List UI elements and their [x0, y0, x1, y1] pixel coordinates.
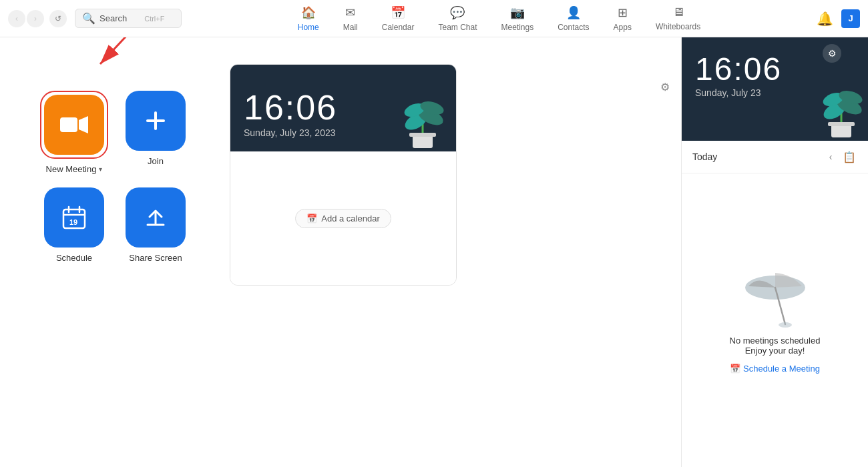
meetings-nav-label: Meetings	[501, 23, 533, 32]
share-screen-button[interactable]	[126, 187, 186, 248]
sidebar-body: No meetings scheduled Enjoy your day! 📅 …	[682, 173, 868, 467]
whiteboards-nav-icon: 🖥	[672, 5, 684, 19]
svg-line-1	[100, 37, 147, 64]
prev-day-button[interactable]: ‹	[823, 149, 839, 165]
calendar-small-icon: 📅	[306, 213, 317, 223]
svg-rect-14	[409, 133, 436, 137]
svg-rect-21	[828, 122, 855, 126]
nav-item-calendar[interactable]: 📅Calendar	[370, 1, 427, 36]
schedule-label: Schedule	[56, 253, 92, 263]
avatar[interactable]: J	[841, 9, 860, 28]
join-button[interactable]	[126, 91, 186, 151]
contacts-nav-icon: 👤	[566, 5, 581, 20]
svg-marker-3	[79, 116, 88, 133]
clock-time-info: 16:06 Sunday, July 23, 2023	[244, 90, 337, 138]
plant-illustration	[396, 85, 449, 151]
nav-arrows: ‹ ›	[8, 10, 44, 27]
action-grid: New Meeting ▾ Join	[40, 64, 190, 263]
nav-item-whiteboards[interactable]: 🖥Whiteboards	[644, 1, 712, 35]
search-bar[interactable]: 🔍 Search Ctrl+F	[75, 9, 182, 28]
share-screen-wrapper[interactable]: Share Screen	[122, 187, 190, 263]
chevron-down-icon: ▾	[99, 165, 102, 173]
sidebar-nav-arrows: ‹ 📋	[823, 149, 857, 165]
topbar: ‹ › ↺ 🔍 Search Ctrl+F 🏠Home✉Mail📅Calenda…	[0, 0, 868, 37]
teamchat-nav-icon: 💬	[450, 5, 465, 20]
no-meetings-line2: Enjoy your day!	[730, 346, 821, 356]
svg-point-29	[779, 322, 792, 328]
whiteboards-nav-label: Whiteboards	[656, 22, 700, 31]
gear-icon[interactable]: ⚙	[656, 77, 674, 96]
clock-date: Sunday, July 23, 2023	[244, 127, 337, 138]
search-label: Search	[99, 13, 127, 23]
new-meeting-highlight	[40, 91, 108, 159]
contacts-nav-label: Contacts	[558, 23, 589, 32]
search-shortcut: Ctrl+F	[144, 15, 164, 23]
no-meetings-illustration	[738, 268, 812, 328]
clock-time: 16:06	[244, 90, 337, 125]
nav-right: 🔔 J	[817, 9, 860, 28]
teamchat-nav-label: Team Chat	[438, 23, 477, 32]
meetings-nav-icon: 📷	[510, 5, 525, 20]
forward-button[interactable]: ›	[27, 10, 44, 27]
sidebar-plant-illustration	[815, 74, 868, 141]
nav-item-contacts[interactable]: 👤Contacts	[546, 1, 601, 36]
nav-center: 🏠Home✉Mail📅Calendar💬Team Chat📷Meetings👤C…	[182, 1, 817, 36]
calendar-nav-label: Calendar	[382, 23, 415, 32]
nav-item-apps[interactable]: ⊞Apps	[602, 1, 644, 36]
clock-header: 16:06 Sunday, July 23, 2023	[230, 65, 456, 151]
svg-text:19: 19	[69, 218, 77, 226]
calendar-view-button[interactable]: 📋	[841, 149, 857, 165]
join-label: Join	[148, 156, 164, 166]
refresh-button[interactable]: ↺	[49, 10, 67, 27]
join-wrapper[interactable]: Join	[122, 91, 190, 174]
mail-nav-label: Mail	[343, 23, 358, 32]
today-label: Today	[692, 151, 717, 162]
sidebar-clock-header: 16:06 Sunday, July 23 ⚙	[682, 37, 868, 141]
nav-item-teamchat[interactable]: 💬Team Chat	[426, 1, 489, 36]
search-icon: 🔍	[82, 12, 95, 25]
add-calendar-button[interactable]: 📅 Add a calendar	[295, 209, 391, 228]
back-button[interactable]: ‹	[8, 10, 25, 27]
apps-nav-icon: ⊞	[618, 5, 628, 20]
no-meetings-text: No meetings scheduled Enjoy your day!	[730, 336, 821, 356]
notifications-bell-icon[interactable]: 🔔	[817, 11, 833, 27]
clock-body: 📅 Add a calendar	[230, 151, 456, 285]
arrow-annotation	[80, 37, 160, 73]
right-sidebar: 16:06 Sunday, July 23 ⚙ Today ‹ 📋	[681, 37, 868, 467]
schedule-a-meeting-link[interactable]: 📅 Schedule a Meeting	[730, 364, 820, 374]
svg-rect-2	[60, 117, 77, 132]
home-nav-icon: 🏠	[301, 5, 316, 20]
home-nav-label: Home	[298, 23, 319, 32]
sidebar-today-header: Today ‹ 📋	[682, 141, 868, 173]
center-area: New Meeting ▾ Join	[0, 37, 681, 467]
clock-widget: 16:06 Sunday, July 23, 2023	[230, 64, 457, 286]
no-meetings-line1: No meetings scheduled	[730, 336, 821, 346]
nav-item-home[interactable]: 🏠Home	[286, 1, 331, 36]
new-meeting-label: New Meeting ▾	[46, 164, 103, 174]
new-meeting-button[interactable]	[44, 95, 104, 155]
nav-item-mail[interactable]: ✉Mail	[331, 1, 370, 36]
calendar-nav-icon: 📅	[391, 5, 405, 20]
schedule-button[interactable]: 19	[44, 187, 104, 248]
schedule-wrapper[interactable]: 19 Schedule	[40, 187, 108, 263]
nav-item-meetings[interactable]: 📷Meetings	[489, 1, 546, 36]
share-screen-label: Share Screen	[129, 253, 182, 263]
sidebar-gear-icon[interactable]: ⚙	[823, 44, 841, 63]
new-meeting-wrapper[interactable]: New Meeting ▾	[40, 91, 108, 174]
apps-nav-label: Apps	[614, 23, 632, 32]
mail-nav-icon: ✉	[345, 5, 355, 20]
schedule-link-calendar-icon: 📅	[730, 364, 740, 374]
